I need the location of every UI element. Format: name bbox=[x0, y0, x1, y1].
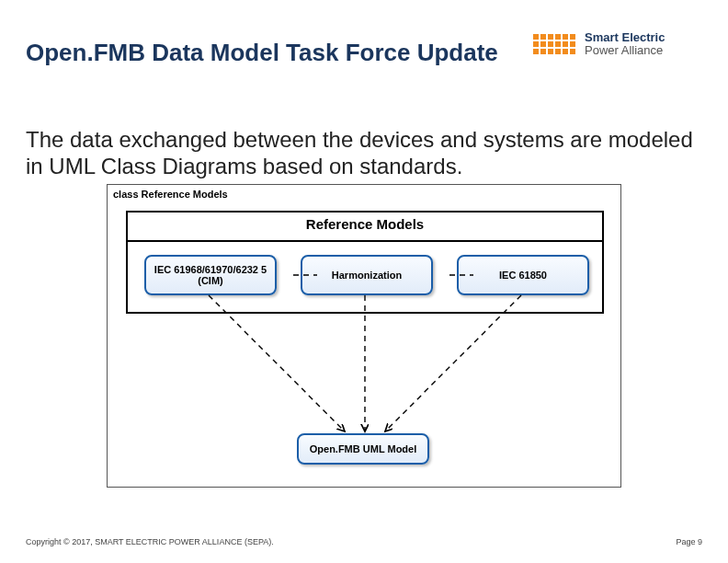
box-openfmb-uml-model: Open.FMB UML Model bbox=[297, 433, 429, 465]
frame-label: class Reference Models bbox=[113, 189, 228, 200]
footer-copyright: Copyright © 2017, SMART ELECTRIC POWER A… bbox=[26, 537, 274, 546]
sepa-logo: Smart Electric Power Alliance bbox=[533, 31, 665, 56]
subtitle-paragraph: The data exchanged between the devices a… bbox=[26, 127, 697, 180]
uml-diagram-frame: class Reference Models Reference Models … bbox=[107, 184, 621, 488]
box-harmonization: Harmonization bbox=[301, 255, 433, 295]
logo-line1: Smart Electric bbox=[585, 31, 665, 44]
box-iec-61850: IEC 61850 bbox=[457, 255, 589, 295]
reference-models-package: Reference Models IEC 61968/61970/6232 5 … bbox=[126, 211, 604, 314]
slide: Open.FMB Data Model Task Force Update Sm… bbox=[0, 0, 728, 563]
logo-grid-icon bbox=[533, 34, 575, 54]
slide-title: Open.FMB Data Model Task Force Update bbox=[26, 39, 498, 67]
reference-models-body: IEC 61968/61970/6232 5 (CIM) Harmonizati… bbox=[128, 240, 602, 312]
logo-text: Smart Electric Power Alliance bbox=[585, 31, 665, 56]
box-iec-cim: IEC 61968/61970/6232 5 (CIM) bbox=[144, 255, 277, 295]
logo-line2: Power Alliance bbox=[585, 44, 665, 57]
reference-models-title: Reference Models bbox=[128, 213, 602, 232]
svg-line-4 bbox=[385, 295, 521, 431]
svg-line-2 bbox=[209, 295, 345, 431]
footer-page-number: Page 9 bbox=[676, 537, 702, 546]
